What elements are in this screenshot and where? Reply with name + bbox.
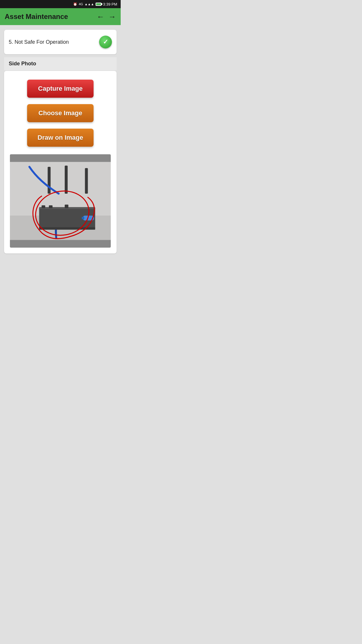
network-4g-icon: 4G <box>79 2 83 6</box>
svg-rect-3 <box>65 166 68 194</box>
photo-card: Capture Image Choose Image Draw on Image <box>4 71 117 253</box>
svg-rect-11 <box>82 217 84 219</box>
status-icons: ⏰ 4G ▲▲▲ <box>73 2 101 6</box>
section-header: Side Photo <box>4 57 117 70</box>
signal-icon: ▲▲▲ <box>85 2 94 6</box>
capture-image-button[interactable]: Capture Image <box>27 80 94 98</box>
router-image-svg <box>10 154 111 248</box>
svg-rect-4 <box>85 168 88 194</box>
main-content: 5. Not Safe For Operation ✓ Side Photo C… <box>0 25 121 258</box>
svg-rect-2 <box>48 167 51 194</box>
status-time: 3:39 PM <box>103 2 117 6</box>
checkmark-icon: ✓ <box>103 38 108 46</box>
image-preview <box>10 154 111 248</box>
alarm-icon: ⏰ <box>73 2 77 6</box>
choose-image-button[interactable]: Choose Image <box>27 104 94 122</box>
status-bar: ⏰ 4G ▲▲▲ 3:39 PM <box>0 0 121 8</box>
battery-icon <box>96 3 101 6</box>
question-text: 5. Not Safe For Operation <box>9 39 99 45</box>
section-label: Side Photo <box>9 61 36 66</box>
svg-rect-7 <box>42 205 45 208</box>
svg-rect-9 <box>65 205 68 209</box>
draw-on-image-button[interactable]: Draw on Image <box>27 129 94 147</box>
app-title: Asset Maintenance <box>5 13 68 21</box>
back-button[interactable]: ← <box>97 12 104 21</box>
forward-button[interactable]: → <box>108 12 116 21</box>
app-header: Asset Maintenance ← → <box>0 8 121 25</box>
header-navigation: ← → <box>97 12 116 21</box>
svg-rect-8 <box>49 205 53 208</box>
check-circle: ✓ <box>99 36 112 48</box>
question-card: 5. Not Safe For Operation ✓ <box>4 30 117 54</box>
